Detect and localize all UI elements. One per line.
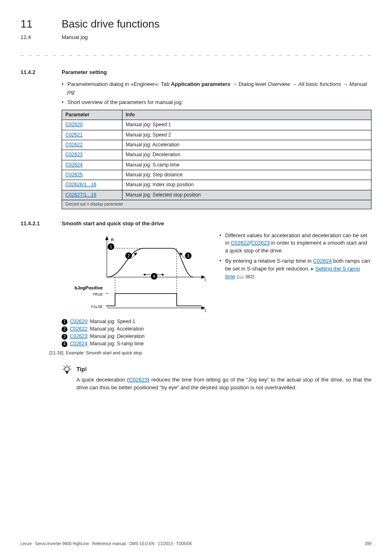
table-header: Info (122, 110, 371, 120)
axis-label: n (111, 237, 114, 242)
text-bold: Application parameters (171, 81, 231, 87)
param-link[interactable]: C02626/1...16 (65, 182, 96, 187)
bullet-item: Parameterisation dialog in »Engineer«: T… (62, 81, 371, 96)
table-cell: Manual jog: S-ramp time (122, 160, 371, 170)
arrow-icon: → (343, 81, 348, 87)
subsection-header: 11.4.2 Parameter setting (21, 69, 371, 76)
table-cell: Manual jog: Index stop position (122, 180, 371, 190)
param-link[interactable]: C02624 (70, 341, 87, 347)
param-link[interactable]: C02621 (65, 132, 83, 138)
table-row: C02620Manual jog: Speed 1 (62, 120, 371, 130)
figure-caption: [11-16]Example: Smooth start and quick s… (49, 350, 210, 356)
legend-text: : Manual jog: Speed 1 (87, 319, 135, 324)
param-link[interactable]: C02625 (65, 172, 83, 178)
chapter-title: Basic drive functions (62, 16, 159, 32)
tip-header: Tip! (62, 364, 371, 375)
table-row: C02626/1...16Manual jog: Index stop posi… (62, 180, 371, 190)
diagram-legend: 1 C02620: Manual jog: Speed 1 2 C02622: … (62, 318, 210, 347)
note-item: By entering a relative S-ramp time in C0… (219, 257, 371, 281)
subsection-title: Parameter setting (62, 69, 107, 76)
svg-line-28 (64, 366, 65, 367)
section-number: 11.4 (21, 34, 49, 42)
table-cell: Manual jog: Deceleration (122, 150, 371, 160)
subsection-number: 11.4.2 (21, 69, 49, 76)
table-footnote: Greyed out = display parameter (62, 200, 371, 209)
arrow-icon: → (230, 81, 237, 87)
param-link[interactable]: C02622 (70, 326, 87, 332)
note-item: Different values for acceleration and de… (219, 232, 371, 255)
play-icon: ▸ (311, 266, 316, 272)
svg-marker-18 (143, 273, 145, 276)
svg-marker-1 (105, 236, 108, 240)
svg-text:3: 3 (187, 254, 189, 258)
legend-text: : Manual jog: Deceleration (87, 333, 144, 339)
chapter-header: 11 Basic drive functions (21, 16, 371, 32)
svg-text:2: 2 (127, 254, 130, 258)
text: By entering a relative S-ramp time in (225, 258, 313, 264)
legend-text: : Manual jog: Acceleration (87, 326, 143, 332)
legend-text: : Manual jog: S-ramp time (87, 341, 143, 347)
param-link[interactable]: C02623 (70, 333, 87, 339)
table-row: C02623Manual jog: Deceleration (62, 150, 371, 160)
caption-text: Example: Smooth start and quick stop (66, 350, 142, 355)
tip-label: Tip! (76, 365, 87, 373)
text: Dialog level (237, 81, 267, 87)
table-cell: Manual jog: Acceleration (122, 140, 371, 150)
lightbulb-icon (62, 364, 72, 375)
text-italic: Overview (268, 81, 292, 87)
bullet-list: Parameterisation dialog in »Engineer«: T… (62, 81, 371, 106)
page-ref: (📖 382) (237, 274, 254, 279)
section-title: Manual jog (62, 34, 88, 42)
param-link[interactable]: C02622 (231, 240, 250, 246)
signal-label: bJogPositive (75, 285, 103, 290)
svg-point-32 (65, 367, 69, 372)
text-italic: All basic functions (298, 81, 343, 87)
table-cell: Manual jog: Selected stop position (122, 190, 371, 200)
subsubsection-number: 11.4.2.1 (21, 220, 49, 228)
legend-marker: 3 (62, 334, 67, 340)
caption-number: [11-16] (49, 350, 63, 355)
table-cell: Manual jog: Step distance (122, 170, 371, 180)
axis-label: t (205, 308, 206, 313)
legend-marker: 2 (62, 326, 67, 332)
svg-line-29 (69, 366, 70, 367)
svg-text:1: 1 (110, 245, 112, 249)
param-link[interactable]: C02623 (251, 240, 270, 246)
table-cell: Manual jog: Speed 2 (122, 130, 371, 140)
false-label: FALSE (91, 305, 103, 309)
section-header: 11.4 Manual jog (21, 34, 371, 42)
axis-label: t (205, 278, 206, 282)
text: A quick deceleration ( (76, 377, 129, 383)
param-link[interactable]: C02627/1...16 (65, 192, 96, 198)
divider-line: _ _ _ _ _ _ _ _ _ _ _ _ _ _ _ _ _ _ _ _ … (21, 49, 371, 57)
table-header: Parameter (62, 110, 122, 120)
subsubsection-header: 11.4.2.1 Smooth start and quick stop of … (21, 220, 371, 228)
table-row: C02624Manual jog: S-ramp time (62, 160, 371, 170)
diagram-panel: n t 1 2 3 4 bJogPositive (62, 232, 210, 357)
timing-diagram: n t 1 2 3 4 bJogPositive (62, 232, 210, 314)
chapter-number: 11 (21, 16, 49, 32)
svg-marker-20 (162, 273, 164, 276)
true-label: TRUE (93, 292, 103, 296)
text: Parameterisation dialog in »Engineer«: T… (67, 81, 171, 87)
param-link[interactable]: C02624 (313, 258, 332, 264)
table-cell: Manual jog: Speed 1 (122, 120, 371, 130)
table-header-row: Parameter Info (62, 110, 371, 120)
parameter-table: Parameter Info C02620Manual jog: Speed 1… (62, 110, 371, 209)
notes-panel: Different values for acceleration and de… (219, 232, 371, 284)
param-link[interactable]: C02620 (70, 319, 87, 324)
param-link[interactable]: C02623 (129, 377, 148, 383)
table-row: C02621Manual jog: Speed 2 (62, 130, 371, 140)
param-link[interactable]: C02622 (65, 142, 83, 148)
param-link[interactable]: C02624 (65, 162, 83, 168)
table-row: C02622Manual jog: Acceleration (62, 140, 371, 150)
svg-text:4: 4 (153, 274, 155, 279)
table-row: C02625Manual jog: Step distance (62, 170, 371, 180)
table-row: C02627/1...16Manual jog: Selected stop p… (62, 190, 371, 200)
subsubsection-title: Smooth start and quick stop of the drive (62, 220, 164, 228)
legend-marker: 1 (62, 319, 67, 325)
param-link[interactable]: C02623 (65, 152, 83, 157)
param-link[interactable]: C02620 (65, 122, 83, 127)
bullet-item: Short overview of the parameters for man… (62, 99, 371, 106)
table-footnote-row: Greyed out = display parameter (62, 200, 371, 209)
